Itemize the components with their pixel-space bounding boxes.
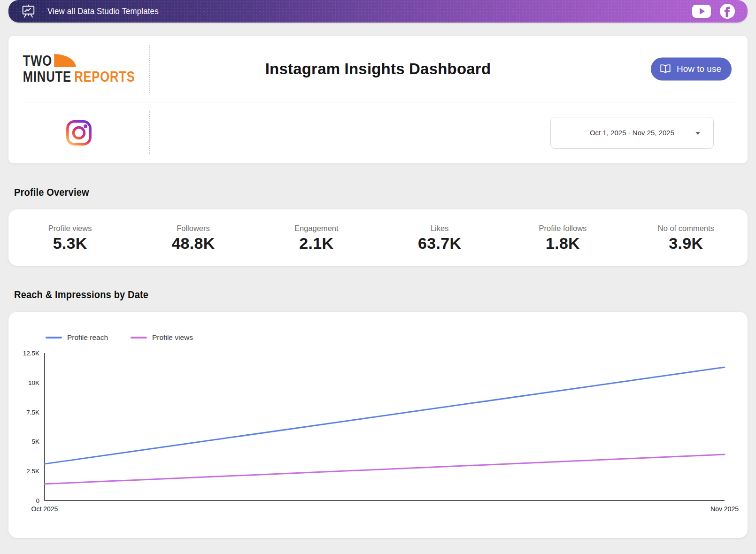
metric-value: 63.7K: [378, 234, 501, 253]
page: View all Data Studio Templates TWO: [0, 0, 756, 538]
legend-item-profile-reach: Profile reach: [46, 333, 108, 342]
metric-likes: Likes 63.7K: [378, 223, 501, 253]
svg-text:Nov 2025: Nov 2025: [710, 505, 739, 513]
svg-text:10K: 10K: [28, 379, 39, 386]
metric-label: Likes: [378, 224, 501, 233]
metrics-card: Profile views 5.3K Followers 48.8K Engag…: [8, 209, 748, 266]
metric-value: 5.3K: [8, 234, 131, 253]
metric-label: Profile follows: [501, 224, 624, 233]
metric-value: 1.8K: [501, 234, 624, 253]
instagram-icon: [8, 102, 149, 163]
metric-value: 2.1K: [255, 234, 378, 253]
header-top-row: TWO MINUTE REPORTS Instagram Insights Da…: [8, 36, 748, 102]
header-card: TWO MINUTE REPORTS Instagram Insights Da…: [8, 36, 748, 163]
line-chart: 02.5K5K7.5K10K12.5KOct 2025Nov 2025: [8, 312, 748, 538]
metric-engagement: Engagement 2.1K: [255, 223, 378, 253]
logo-quarter-shape: [54, 54, 76, 67]
legend-swatch: [46, 337, 62, 339]
date-range-value: Oct 1, 2025 - Nov 25, 2025: [590, 129, 674, 137]
section-heading-reach-impressions: Reach & Impressions by Date: [14, 289, 748, 301]
legend-label: Profile reach: [67, 333, 108, 342]
metric-profile-views: Profile views 5.3K: [8, 223, 131, 253]
banner-social-icons: [692, 3, 735, 19]
banner-label: View all Data Studio Templates: [47, 7, 159, 16]
metric-no-of-comments: No of comments 3.9K: [625, 223, 748, 253]
metric-profile-follows: Profile follows 1.8K: [501, 223, 624, 253]
logo-word-reports: REPORTS: [74, 69, 135, 85]
two-minute-reports-logo: TWO MINUTE REPORTS: [8, 36, 149, 102]
svg-text:12.5K: 12.5K: [23, 350, 39, 357]
play-icon: [700, 8, 705, 15]
svg-text:2.5K: 2.5K: [26, 468, 39, 475]
youtube-icon[interactable]: [692, 5, 711, 18]
svg-text:5K: 5K: [31, 438, 39, 445]
reach-impressions-chart-card: 02.5K5K7.5K10K12.5KOct 2025Nov 2025 Prof…: [8, 312, 748, 538]
date-range-selector[interactable]: Oct 1, 2025 - Nov 25, 2025: [550, 117, 714, 149]
presentation-chart-icon: [21, 4, 36, 19]
view-all-templates-link[interactable]: View all Data Studio Templates: [21, 4, 163, 19]
section-heading-profile-overview: Profile Overview: [14, 187, 748, 199]
svg-text:7.5K: 7.5K: [26, 409, 39, 416]
open-book-icon: [659, 63, 671, 75]
how-to-use-button[interactable]: How to use: [651, 57, 732, 80]
chevron-down-icon: [695, 132, 700, 135]
metric-label: No of comments: [625, 224, 748, 233]
logo-word-minute: MINUTE: [23, 69, 71, 85]
metric-followers: Followers 48.8K: [131, 223, 255, 253]
svg-text:0: 0: [36, 497, 39, 504]
vertical-dotted-divider: [149, 45, 150, 93]
metric-label: Followers: [131, 224, 255, 233]
top-banner: View all Data Studio Templates: [8, 0, 748, 23]
svg-text:Oct 2025: Oct 2025: [31, 505, 58, 513]
metric-label: Profile views: [8, 224, 131, 233]
header-bottom-row: Oct 1, 2025 - Nov 25, 2025: [8, 102, 748, 163]
logo-word-two: TWO: [23, 53, 52, 69]
chart-legend: Profile reach Profile views: [46, 333, 193, 342]
metric-value: 3.9K: [625, 234, 748, 253]
legend-item-profile-views: Profile views: [131, 333, 193, 342]
legend-label: Profile views: [152, 333, 193, 342]
facebook-icon[interactable]: [719, 3, 735, 19]
legend-swatch: [131, 337, 147, 339]
how-to-use-label: How to use: [677, 64, 721, 74]
metric-label: Engagement: [255, 224, 378, 233]
metric-value: 48.8K: [131, 234, 255, 253]
